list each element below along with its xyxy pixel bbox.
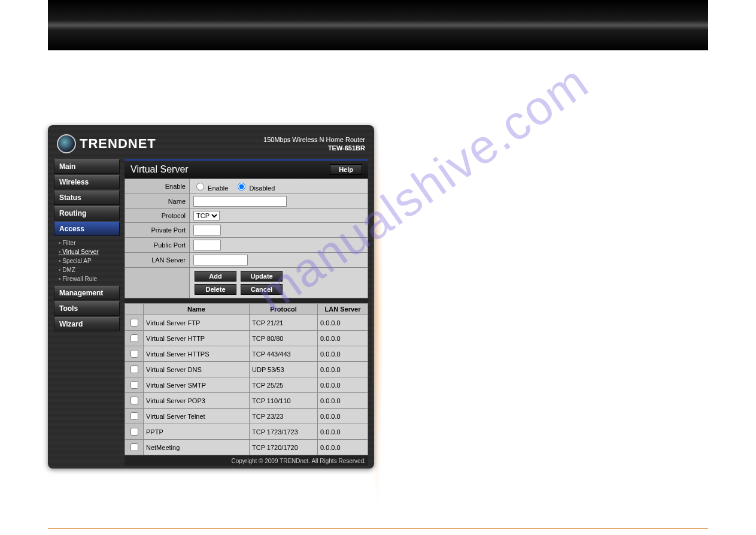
row-lan: 0.0.0.0 <box>318 362 368 377</box>
row-lan: 0.0.0.0 <box>318 440 368 455</box>
divider-glow <box>371 125 383 509</box>
top-banner <box>48 0 708 50</box>
row-protocol: TCP 110/110 <box>250 393 318 409</box>
row-lan: 0.0.0.0 <box>318 331 368 346</box>
row-protocol: TCP 443/443 <box>250 346 318 362</box>
name-input[interactable] <box>193 196 287 207</box>
table-row[interactable]: Virtual Server DNSUDP 53/530.0.0.0 <box>125 362 368 377</box>
help-button[interactable]: Help <box>330 164 362 175</box>
table-row[interactable]: Virtual Server FTPTCP 21/210.0.0.0 <box>125 315 368 331</box>
row-name: Virtual Server HTTP <box>144 331 250 346</box>
subnav-special-ap[interactable]: Special AP <box>59 256 120 265</box>
main-panel: Virtual Server Help Enable Enable Disabl… <box>125 159 368 466</box>
row-name: Virtual Server POP3 <box>144 393 250 409</box>
subnav-virtual-server[interactable]: Virtual Server <box>59 247 120 256</box>
table-row[interactable]: Virtual Server SMTPTCP 25/250.0.0.0 <box>125 377 368 393</box>
row-checkbox[interactable] <box>130 381 138 389</box>
subnav-firewall-rule[interactable]: Firewall Rule <box>59 274 120 283</box>
enable-label: Enable <box>125 179 190 194</box>
table-row[interactable]: PPTPTCP 1723/17230.0.0.0 <box>125 424 368 440</box>
row-protocol: TCP 21/21 <box>250 315 318 331</box>
row-checkbox[interactable] <box>130 319 138 327</box>
nav-management[interactable]: Management <box>54 286 120 300</box>
update-button[interactable]: Update <box>241 271 283 282</box>
row-protocol: TCP 1720/1720 <box>250 440 318 455</box>
device-model: TEW-651BR <box>263 144 365 152</box>
device-info: 150Mbps Wireless N Home Router TEW-651BR <box>263 135 365 153</box>
private-port-input[interactable] <box>193 225 221 235</box>
row-name: Virtual Server SMTP <box>144 377 250 393</box>
table-row[interactable]: NetMeetingTCP 1720/17200.0.0.0 <box>125 440 368 455</box>
row-lan: 0.0.0.0 <box>318 346 368 362</box>
col-protocol: Protocol <box>250 304 318 315</box>
cancel-button[interactable]: Cancel <box>241 284 283 295</box>
row-name: NetMeeting <box>144 440 250 455</box>
row-checkbox[interactable] <box>130 397 138 404</box>
brand-text: TRENDNET <box>80 136 156 152</box>
row-lan: 0.0.0.0 <box>318 424 368 440</box>
col-lan: LAN Server <box>318 304 368 315</box>
page-divider <box>48 528 708 529</box>
panel-title: Virtual Server <box>130 164 189 175</box>
lan-server-input[interactable] <box>193 255 248 265</box>
table-row[interactable]: Virtual Server TelnetTCP 23/230.0.0.0 <box>125 409 368 424</box>
table-row[interactable]: Virtual Server POP3TCP 110/1100.0.0.0 <box>125 393 368 409</box>
nav-routing[interactable]: Routing <box>54 206 120 220</box>
globe-icon <box>57 134 76 153</box>
enable-radio-label[interactable]: Enable <box>193 185 228 192</box>
table-row[interactable]: Virtual Server HTTPTCP 80/800.0.0.0 <box>125 331 368 346</box>
row-name: Virtual Server FTP <box>144 315 250 331</box>
col-check <box>125 304 144 315</box>
row-protocol: TCP 25/25 <box>250 377 318 393</box>
col-name: Name <box>144 304 250 315</box>
row-checkbox[interactable] <box>130 350 138 358</box>
row-lan: 0.0.0.0 <box>318 393 368 409</box>
device-subtitle: 150Mbps Wireless N Home Router <box>263 135 365 144</box>
add-button[interactable]: Add <box>195 271 236 282</box>
brand-logo: TRENDNET <box>57 134 156 153</box>
nav-main[interactable]: Main <box>54 159 120 174</box>
row-lan: 0.0.0.0 <box>318 315 368 331</box>
nav-status[interactable]: Status <box>54 191 120 205</box>
row-protocol: UDP 53/53 <box>250 362 318 377</box>
subnav-filter[interactable]: Filter <box>59 238 120 247</box>
row-protocol: TCP 23/23 <box>250 409 318 424</box>
nav-wizard[interactable]: Wizard <box>54 317 120 331</box>
footer-copyright: Copyright © 2009 TRENDnet. All Rights Re… <box>125 455 368 466</box>
lan-server-label: LAN Server <box>125 253 190 268</box>
name-label: Name <box>125 194 190 209</box>
protocol-select[interactable]: TCP <box>193 211 220 220</box>
sidebar: Main Wireless Status Routing Access Filt… <box>54 159 125 466</box>
virtual-server-form: Enable Enable Disabled Name Protocol <box>125 179 368 298</box>
row-lan: 0.0.0.0 <box>318 377 368 393</box>
row-lan: 0.0.0.0 <box>318 409 368 424</box>
public-port-input[interactable] <box>193 240 221 250</box>
router-admin-panel: TRENDNET 150Mbps Wireless N Home Router … <box>48 125 374 468</box>
public-port-label: Public Port <box>125 238 190 253</box>
virtual-server-list: Name Protocol LAN Server Virtual Server … <box>125 303 368 455</box>
row-checkbox[interactable] <box>130 412 138 420</box>
nav-access[interactable]: Access <box>54 222 120 236</box>
row-name: Virtual Server Telnet <box>144 409 250 424</box>
private-port-label: Private Port <box>125 223 190 238</box>
row-name: PPTP <box>144 424 250 440</box>
row-name: Virtual Server HTTPS <box>144 346 250 362</box>
row-checkbox[interactable] <box>130 365 138 373</box>
table-row[interactable]: Virtual Server HTTPSTCP 443/4430.0.0.0 <box>125 346 368 362</box>
delete-button[interactable]: Delete <box>195 284 236 295</box>
disabled-radio[interactable] <box>238 183 245 191</box>
subnav-dmz[interactable]: DMZ <box>59 265 120 274</box>
enable-radio[interactable] <box>196 183 204 191</box>
row-checkbox[interactable] <box>130 428 138 436</box>
row-checkbox[interactable] <box>130 334 138 342</box>
nav-tools[interactable]: Tools <box>54 301 120 316</box>
row-protocol: TCP 1723/1723 <box>250 424 318 440</box>
nav-access-sub: Filter Virtual Server Special AP DMZ Fir… <box>54 237 120 286</box>
row-checkbox[interactable] <box>130 443 138 451</box>
row-name: Virtual Server DNS <box>144 362 250 377</box>
nav-wireless[interactable]: Wireless <box>54 175 120 189</box>
row-protocol: TCP 80/80 <box>250 331 318 346</box>
protocol-label: Protocol <box>125 209 190 223</box>
disabled-radio-label[interactable]: Disabled <box>235 185 275 192</box>
